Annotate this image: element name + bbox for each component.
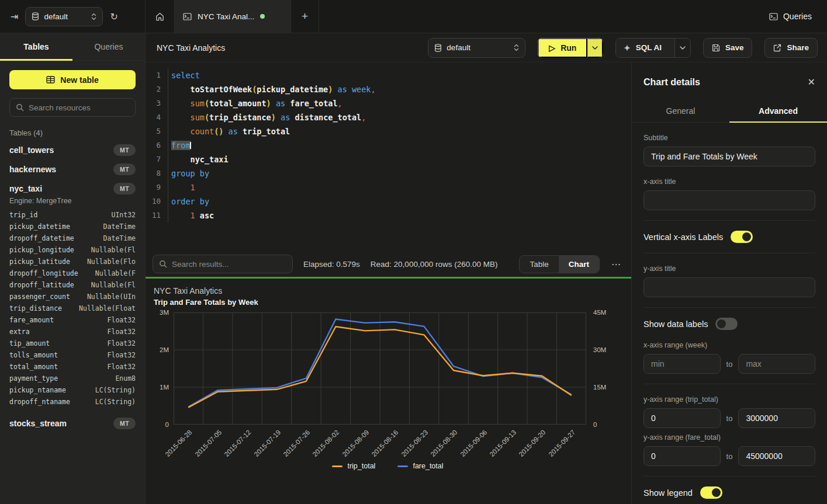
table-name: hackernews [9, 165, 56, 174]
y-range-fare-min-input[interactable] [643, 446, 721, 466]
column-name: dropoff_latitude [9, 281, 74, 289]
line-number: 11 [146, 208, 168, 223]
code-line[interactable]: 2 toStartOfWeek(pickup_datetime) as week… [146, 82, 631, 96]
column-type: Nullable(F [95, 269, 136, 277]
column-row[interactable]: pickup_ntanameLC(String) [9, 384, 136, 396]
engine-badge: MT [113, 164, 136, 175]
code-line[interactable]: 4 sum(trip_distance) as distance_total, [146, 110, 631, 124]
sidebar-tab-queries[interactable]: Queries [72, 33, 145, 60]
home-button[interactable] [146, 0, 174, 33]
table-view-button[interactable]: Table [520, 256, 558, 273]
code-line[interactable]: 11 1 asc [146, 208, 631, 223]
x-range-min-input[interactable] [643, 354, 721, 374]
unsaved-indicator-dot [260, 14, 265, 19]
y-range-trip-max-input[interactable] [738, 408, 815, 428]
new-table-button[interactable]: New table [9, 70, 136, 89]
column-row[interactable]: passenger_countNullable(UIn [9, 291, 136, 303]
collapse-sidebar-button[interactable]: ⇥ [11, 11, 18, 22]
panel-header: Chart details ✕ [632, 62, 827, 99]
code-line[interactable]: 9 1 [146, 180, 631, 194]
toolbar-actions: default ▷ Run ✦ [428, 38, 818, 58]
column-row[interactable]: dropoff_datetimeDateTime [9, 232, 136, 244]
panel-tab-general[interactable]: General [632, 99, 729, 122]
panel-tabs: General Advanced [632, 99, 827, 123]
main-content: NYC Taxi Analytics default ▷ Run [146, 33, 827, 504]
show-data-labels-toggle[interactable] [715, 318, 738, 330]
column-row[interactable]: tolls_amountFloat32 [9, 349, 136, 361]
legend-swatch [397, 465, 408, 467]
x-axis-title-input[interactable] [643, 190, 815, 210]
save-button[interactable]: Save [703, 38, 753, 58]
refresh-button[interactable]: ↻ [110, 11, 117, 22]
database-selector[interactable]: default [25, 7, 103, 26]
sql-editor[interactable]: 1select2 toStartOfWeek(pickup_datetime) … [146, 62, 631, 251]
column-row[interactable]: trip_idUInt32 [9, 209, 136, 221]
y-range-trip-min-input[interactable] [643, 408, 721, 428]
share-button[interactable]: Share [764, 38, 818, 58]
editor-tab[interactable]: NYC Taxi Anal... [174, 0, 291, 33]
code-line[interactable]: 1select [146, 68, 631, 82]
column-row[interactable]: fare_amountFloat32 [9, 314, 136, 326]
column-row[interactable]: dropoff_longitudeNullable(F [9, 267, 136, 279]
code-line[interactable]: 8group by [146, 166, 631, 180]
column-row[interactable]: extraFloat32 [9, 326, 136, 338]
database-icon [32, 12, 39, 20]
line-number: 2 [146, 82, 168, 96]
column-row[interactable]: tip_amountFloat32 [9, 338, 136, 349]
to-label: to [726, 414, 733, 423]
chart-view-button[interactable]: Chart [559, 256, 599, 273]
run-button[interactable]: ▷ Run [538, 38, 587, 58]
code-text: order by [168, 194, 631, 208]
y-axis-title-input[interactable] [643, 277, 815, 297]
column-row[interactable]: pickup_datetimeDateTime [9, 221, 136, 232]
legend-item[interactable]: fare_total [397, 462, 443, 470]
table-row[interactable]: nyc_taxiMT [9, 182, 136, 195]
code-line[interactable]: 6from [146, 138, 631, 152]
queries-button[interactable]: Queries [769, 12, 812, 21]
column-row[interactable]: dropoff_latitudeNullable(Fl [9, 279, 136, 291]
show-legend-toggle[interactable] [700, 486, 722, 499]
sql-ai-button[interactable]: ✦ SQL AI [616, 39, 669, 57]
run-options-button[interactable] [587, 38, 603, 58]
sql-ai-options-button[interactable] [674, 39, 690, 57]
column-name: total_amount [9, 363, 58, 371]
panel-tab-advanced[interactable]: Advanced [729, 99, 827, 122]
new-tab-button[interactable]: + [291, 0, 319, 33]
column-type: UInt32 [111, 211, 136, 219]
close-panel-button[interactable]: ✕ [808, 77, 815, 88]
sidebar-tab-tables[interactable]: Tables [0, 33, 72, 60]
column-row[interactable]: total_amountFloat32 [9, 361, 136, 373]
close-icon: ✕ [808, 77, 815, 87]
subtitle-input[interactable] [643, 147, 815, 166]
more-options-button[interactable]: ⋯ [610, 259, 622, 270]
table-row[interactable]: cell_towersMT [9, 144, 136, 157]
elapsed-text: Elapsed: 0.579s [303, 260, 360, 269]
column-name: dropoff_ntaname [9, 398, 70, 406]
search-resources-input[interactable] [29, 103, 129, 112]
engine-badge: MT [113, 183, 136, 194]
toolbar-database-selector[interactable]: default [428, 38, 525, 58]
vertical-x-labels-toggle[interactable] [731, 231, 753, 243]
sidebar: Tables Queries New table Tables (4) cell… [0, 33, 146, 504]
home-icon [155, 12, 164, 21]
code-line[interactable]: 7 nyc_taxi [146, 152, 631, 166]
chart-plot[interactable] [174, 312, 586, 425]
code-line[interactable]: 5 count() as trip_total [146, 124, 631, 138]
code-line[interactable]: 10order by [146, 194, 631, 208]
column-row[interactable]: trip_distanceNullable(Float [9, 303, 136, 314]
topbar: ⇥ default ↻ NYC Taxi Anal... + Queries [0, 0, 827, 33]
code-text: sum(total_amount) as fare_total, [168, 96, 631, 110]
y-tick-label: 15M [593, 384, 606, 391]
sidebar-tabs: Tables Queries [0, 33, 145, 61]
column-row[interactable]: payment_typeEnum8 [9, 373, 136, 384]
x-range-max-input[interactable] [738, 354, 815, 374]
table-row[interactable]: hackernewsMT [9, 163, 136, 176]
search-results-input[interactable] [172, 260, 286, 269]
column-row[interactable]: pickup_latitudeNullable(Flo [9, 256, 136, 267]
y-range-fare-max-input[interactable] [738, 446, 815, 466]
panel-title: Chart details [643, 77, 700, 88]
table-row[interactable]: stocks_streamMT [9, 417, 136, 430]
column-row[interactable]: dropoff_ntanameLC(String) [9, 396, 136, 408]
column-row[interactable]: pickup_longitudeNullable(Fl [9, 244, 136, 256]
code-line[interactable]: 3 sum(total_amount) as fare_total, [146, 96, 631, 110]
